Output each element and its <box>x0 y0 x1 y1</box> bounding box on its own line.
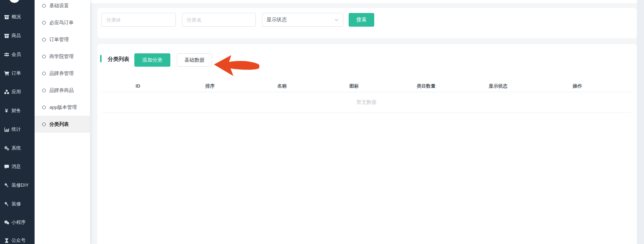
comment-icon <box>4 164 9 169</box>
circle-bullet-icon <box>42 89 46 92</box>
filter-card: 显示状态 搜索 <box>97 8 637 38</box>
circle-bullet-icon <box>42 38 46 41</box>
circle-bullet-icon <box>42 55 46 58</box>
circle-bullet-icon <box>42 4 46 8</box>
sidebar-item-label: 订单 <box>12 70 21 76</box>
submenu-item-5[interactable]: 品牌券商品 <box>35 82 90 99</box>
sidebar-item-label: 应用 <box>12 89 21 95</box>
sidebar-item-11[interactable]: 小程序 <box>4 219 26 226</box>
wechat-icon <box>4 219 9 225</box>
sidebar-item-1[interactable]: 商品 <box>4 32 21 39</box>
sidebar-item-label: 小程序 <box>12 219 26 226</box>
section-accent-bar <box>100 55 102 62</box>
sidebar-item-label: 系统 <box>12 145 21 151</box>
table-header-1: 排序 <box>174 83 246 89</box>
submenu-item-label: app版本管理 <box>49 104 77 111</box>
cogs-icon <box>4 145 9 151</box>
sidebar-item-7[interactable]: 系统 <box>4 145 21 151</box>
users-icon <box>4 52 9 57</box>
sidebar-item-label: 装修 <box>12 201 21 207</box>
sidebar-item-label: 财务 <box>12 107 21 114</box>
sidebar-item-0[interactable]: 概况 <box>4 14 21 20</box>
submenu-item-3[interactable]: 商学院管理 <box>35 48 90 65</box>
archive-icon <box>4 33 9 39</box>
table-header-3: 图标 <box>318 83 390 89</box>
sidebar-item-label: 消息 <box>12 163 21 170</box>
category-id-input[interactable] <box>102 13 176 27</box>
submenu-item-label: 订单管理 <box>49 36 69 43</box>
gavel-icon <box>4 182 9 188</box>
page-scroll-gutter <box>637 0 644 244</box>
display-status-value: 显示状态 <box>267 17 287 23</box>
submenu-item-label: 品牌券商品 <box>49 87 74 94</box>
submenu-item-label: 必应鸟订单 <box>49 19 74 26</box>
category-list-card: 分类列表 添加分类 基础数据 ID排序名称图标类目数量显示状态操作 暂无数据 <box>97 44 637 244</box>
sidebar-item-label: 统计 <box>12 126 21 133</box>
chevron-down-icon <box>335 19 339 21</box>
submenu-item-label: 基础设置 <box>49 3 69 9</box>
sidebar-item-label: 商品 <box>12 32 21 39</box>
circle-bullet-icon <box>42 123 46 126</box>
sidebar-item-8[interactable]: 消息 <box>4 163 21 170</box>
sidebar-item-3[interactable]: 订单 <box>4 70 21 76</box>
circle-bullet-icon <box>42 72 46 75</box>
admin-app: 显示状态 搜索 分类列表 添加分类 基础数据 ID排序名称图标类目数量显示状态操… <box>0 0 644 244</box>
search-button[interactable]: 搜索 <box>349 13 374 27</box>
table-header-0: ID <box>102 83 174 89</box>
add-category-button[interactable]: 添加分类 <box>134 53 170 67</box>
hourglass-icon <box>4 238 9 243</box>
top-strip <box>90 0 644 3</box>
sidebar-item-4[interactable]: 应用 <box>4 89 21 95</box>
base-data-button[interactable]: 基础数据 <box>177 53 212 67</box>
sidebar-item-label: 公众号 <box>12 237 26 244</box>
circle-bullet-icon <box>42 106 46 109</box>
submenu-item-label: 分类列表 <box>49 121 69 128</box>
table-header-5: 显示状态 <box>462 83 534 89</box>
submenu-item-4[interactable]: 品牌券管理 <box>35 65 90 82</box>
submenu-item-label: 品牌券管理 <box>49 70 74 77</box>
submenu-item-7-active[interactable]: 分类列表 <box>35 116 90 133</box>
table-header-2: 名称 <box>246 83 318 89</box>
sidebar-item-6[interactable]: 统计 <box>4 126 21 133</box>
table-header-row: ID排序名称图标类目数量显示状态操作 <box>102 80 631 92</box>
avatar[interactable] <box>9 0 20 3</box>
section-title: 分类列表 <box>108 56 129 63</box>
sidebar-item-label: 装修DIY <box>12 182 29 188</box>
archive-icon <box>4 14 9 20</box>
sidebar-item-9[interactable]: 装修DIY <box>4 182 29 188</box>
sidebar-item-12[interactable]: 公众号 <box>4 237 26 244</box>
sidebar-item-5[interactable]: ¥财务 <box>4 107 21 114</box>
sidebar-item-label: 概况 <box>12 14 21 20</box>
category-name-input[interactable] <box>182 13 256 27</box>
yen-icon: ¥ <box>4 108 9 114</box>
red-arrow-annotation <box>212 53 262 78</box>
gavel-icon <box>4 201 9 207</box>
submenu-item-1[interactable]: 必应鸟订单 <box>35 14 90 31</box>
circle-bullet-icon <box>42 21 46 25</box>
sidebar-item-label: 会员 <box>12 51 21 58</box>
table-header-6: 操作 <box>534 83 621 89</box>
display-status-select[interactable]: 显示状态 <box>262 13 343 27</box>
table-header-4: 类目数量 <box>390 83 462 89</box>
sidebar-item-10[interactable]: 装修 <box>4 201 21 207</box>
submenu-item-6[interactable]: app版本管理 <box>35 99 90 116</box>
submenu-item-2[interactable]: 订单管理 <box>35 31 90 48</box>
table-empty-state: 暂无数据 <box>102 92 631 112</box>
primary-sidebar: 概况商品会员订单应用¥财务统计系统消息装修DIY装修小程序公众号 <box>0 0 35 244</box>
cubes-icon <box>4 89 9 95</box>
bar-chart-icon <box>4 127 9 132</box>
category-table: ID排序名称图标类目数量显示状态操作 暂无数据 <box>102 80 631 112</box>
secondary-sidebar: 基础设置必应鸟订单订单管理商学院管理品牌券管理品牌券商品app版本管理分类列表 <box>35 0 90 244</box>
sidebar-item-2[interactable]: 会员 <box>4 51 21 58</box>
submenu-item-0[interactable]: 基础设置 <box>35 0 90 14</box>
submenu-item-label: 商学院管理 <box>49 53 74 60</box>
cart-icon <box>4 70 9 76</box>
